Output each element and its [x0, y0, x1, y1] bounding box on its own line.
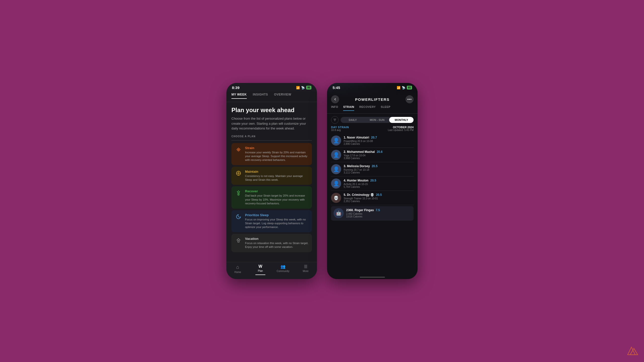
battery-right: 65 [407, 86, 412, 89]
recover-desc: Dial back your Strain target by 20% and … [245, 194, 308, 205]
tab-overview[interactable]: OVERVIEW [274, 93, 291, 99]
avatar-ring-5 [331, 193, 341, 203]
member-info-you: 2368. Roger Fingas 7.5 2,482 Calories 3,… [346, 208, 411, 218]
vacation-name: Vacation [245, 237, 308, 241]
back-button[interactable] [331, 95, 339, 103]
svg-rect-3 [238, 240, 239, 242]
nav-more[interactable]: ☰ More [294, 264, 317, 275]
plan-card-strain[interactable]: Strain Increase your weekly Strain by 20… [231, 143, 312, 165]
member-detail-4: Activity 20.1 on 10-15 5,764 Calories [344, 183, 414, 188]
nav-more-label: More [303, 270, 309, 273]
strain-desc: Increase your weekly Strain by 20% and m… [245, 151, 308, 162]
group-tabs: INFO STRAIN RECOVERY SLEEP [327, 105, 418, 114]
community-icon: 👥 [280, 264, 286, 269]
tab-recovery[interactable]: RECOVERY [359, 105, 376, 111]
avatar-icon-4: 👤 [333, 180, 339, 187]
avatar-2: 👤 [331, 150, 341, 160]
avg-label: 10.8 avg [331, 129, 349, 131]
avatar-1: 👤 [331, 135, 341, 146]
member-row-2[interactable]: 👤 2. Mohammed Mashal 20.6 Yoga 17.8 on 1… [331, 148, 414, 162]
member-detail-5: Strength Trainer 15.3 on 10-01 2,351 Cal… [344, 197, 414, 203]
tab-my-week[interactable]: MY WEEK [231, 93, 247, 99]
member-info-5: 5. Dr. Criminology 💀 20.5 Strength Train… [344, 193, 414, 203]
tab-info[interactable]: INFO [331, 105, 338, 111]
wifi-icon-r: 📡 [402, 86, 406, 89]
battery-left: 95 [306, 86, 311, 89]
avatar-icon-1: 👤 [333, 138, 339, 144]
recover-icon [235, 189, 242, 196]
tab-insights[interactable]: INSIGHTS [253, 93, 268, 99]
left-phone: 8:39 📶 📡 95 MY WEEK INSIGHTS OVERVIEW Pl… [226, 83, 317, 279]
more-options-button[interactable]: ••• [406, 95, 414, 103]
plan-card-recover[interactable]: Recover Dial back your Strain target by … [231, 186, 312, 208]
strain-name: Strain [245, 146, 308, 150]
strain-info: Strain Increase your weekly Strain by 20… [245, 146, 308, 162]
plan-icon: W [258, 264, 262, 269]
member-row-3[interactable]: 👤 3. Melissia Dorsey 20.5 Running 20.7 o… [331, 162, 414, 176]
right-phone: 5:45 📶 📡 65 POWERLIFTERS ••• [327, 83, 418, 279]
filter-row: DAILY MON - SUN MONTHLY [331, 114, 414, 126]
ellipsis-icon: ••• [407, 97, 412, 101]
member-row-5[interactable]: 💀 5. Dr. Criminology 💀 20.5 Strength Tra… [331, 191, 414, 205]
plan-body: Plan your week ahead Choose from the lis… [226, 102, 317, 254]
date-label: OCTOBER 2024 [388, 126, 414, 129]
member-name-4: 4. Hunter Mouton 20.5 [344, 179, 414, 182]
nav-community-label: Community [277, 270, 290, 273]
nav-home-label: Home [234, 271, 241, 274]
avatar-ring-4 [331, 178, 341, 189]
avatar-you: 🤖 [334, 208, 344, 218]
tab-strain[interactable]: STRAIN [343, 105, 354, 111]
member-list: 👤 1. Naser Almutairi 20.7 Powerlifting 2… [331, 133, 414, 220]
sleep-info: Prioritize Sleep Focus on improving your… [245, 213, 308, 229]
status-icons-right: 📶 📡 65 [397, 86, 412, 89]
filter-monthly[interactable]: MONTHLY [389, 117, 414, 123]
avatar-ring-1 [331, 135, 341, 146]
nav-plan-label: Plan [258, 269, 263, 272]
sleep-name: Prioritize Sleep [245, 213, 308, 217]
sleep-icon [235, 213, 242, 220]
plan-title: Plan your week ahead [231, 107, 312, 114]
status-icons-left: 📶 📡 95 [296, 86, 311, 89]
nav-home[interactable]: ⌂ Home [226, 264, 249, 275]
group-header: POWERLIFTERS ••• [327, 95, 418, 105]
time-filter: DAILY MON - SUN MONTHLY [341, 117, 414, 123]
nav-plan[interactable]: W Plan [249, 264, 272, 275]
nav-community[interactable]: 👥 Community [272, 264, 294, 275]
filter-button[interactable] [331, 116, 339, 124]
member-info-2: 2. Mohammed Mashal 20.6 Yoga 17.8 on 10-… [344, 150, 414, 160]
time-left: 8:39 [232, 85, 239, 90]
status-bar-left: 8:39 📶 📡 95 [226, 83, 317, 91]
maintain-name: Maintain [245, 170, 308, 173]
plan-card-vacation[interactable]: Vacation Focus on relaxation this week, … [231, 234, 312, 252]
watermark [624, 343, 639, 357]
plan-card-maintain[interactable]: Maintain Consistency is not easy. Mainta… [231, 167, 312, 185]
avatar-ring-2 [331, 150, 341, 160]
plan-divider [231, 140, 312, 141]
signal-icon-r: 📶 [397, 86, 400, 89]
member-detail-1: Powerlifting 20.9 on 10-08 2,890 Calorie… [344, 140, 414, 145]
status-bar-right: 5:45 📶 📡 65 [327, 83, 418, 91]
member-detail-you: 2,482 Calories 3,616 Calories [346, 212, 411, 218]
recover-info: Recover Dial back your Strain target by … [245, 189, 308, 205]
filter-daily[interactable]: DAILY [341, 117, 365, 123]
vacation-info: Vacation Focus on relaxation this week, … [245, 237, 308, 249]
bottom-nav-left: ⌂ Home W Plan 👥 Community ☰ More [226, 262, 317, 279]
avatar-icon-2: 👤 [333, 152, 339, 158]
member-row-4[interactable]: 👤 4. Hunter Mouton 20.5 Activity 20.1 on… [331, 176, 414, 191]
avatar-icon-5: 💀 [334, 196, 339, 200]
member-info-3: 3. Melissia Dorsey 20.5 Running 20.7 on … [344, 164, 414, 174]
maintain-info: Maintain Consistency is not easy. Mainta… [245, 170, 308, 182]
member-row-1[interactable]: 👤 1. Naser Almutairi 20.7 Powerlifting 2… [331, 133, 414, 148]
tab-sleep[interactable]: SLEEP [381, 105, 391, 111]
stats-right: OCTOBER 2024 Last Updated: 5:45 PM [388, 126, 414, 131]
plan-card-sleep[interactable]: Prioritize Sleep Focus on improving your… [231, 210, 312, 232]
stats-left: DAY STRAIN 10.8 avg [331, 126, 349, 131]
member-row-you[interactable]: 🤖 2368. Roger Fingas 7.5 2,482 Calories … [331, 206, 414, 220]
avatar-3: 👤 [331, 164, 341, 174]
filter-mon-sun[interactable]: MON - SUN [365, 117, 389, 123]
member-info-4: 4. Hunter Mouton 20.5 Activity 20.1 on 1… [344, 179, 414, 188]
signal-icon: 📶 [296, 86, 300, 89]
vacation-desc: Focus on relaxation this week, with no S… [245, 241, 308, 249]
svg-point-2 [238, 172, 239, 174]
member-detail-2: Yoga 17.8 on 10-04 3,968 Calories [344, 154, 414, 160]
